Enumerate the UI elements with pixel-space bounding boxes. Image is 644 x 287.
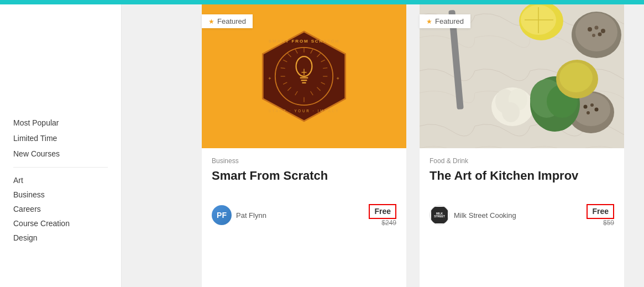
course-cards-container: ★ Featured (122, 4, 644, 287)
sidebar-item-course-creation[interactable]: Course Creation (13, 216, 108, 231)
price-free-2: Free (587, 204, 614, 220)
svg-point-39 (598, 33, 602, 36)
featured-badge-2: ★ Featured (420, 14, 470, 28)
avatar-1: PF (212, 205, 232, 225)
svg-point-53 (502, 102, 520, 122)
svg-point-36 (595, 26, 599, 30)
card-footer-2: MILKSTREET Milk Street Cooking Free $59 (420, 200, 624, 234)
sidebar-quick-links: Most Popular Limited Time New Courses Ar… (13, 115, 108, 245)
instructor-name-2: Milk Street Cooking (454, 211, 582, 220)
sidebar-item-business[interactable]: Business (13, 187, 108, 202)
card-title-2: The Art of Kitchen Improv (430, 168, 614, 184)
svg-text:+: + (337, 76, 339, 81)
svg-point-38 (592, 34, 595, 37)
svg-line-6 (323, 68, 327, 69)
price-original-1: $249 (381, 219, 396, 227)
sfs-logo: SMART FROM SCRATCH START · YOUR · IMPACT… (254, 27, 354, 126)
top-bar (0, 0, 644, 4)
svg-point-58 (559, 62, 593, 92)
svg-text:+: + (268, 76, 271, 81)
milk-logo: MILKSTREET (431, 207, 448, 223)
price-original-2: $59 (603, 219, 614, 227)
card-category-2: Food & Drink (430, 157, 614, 165)
price-container-2: Free $59 (587, 204, 614, 227)
svg-point-37 (601, 29, 605, 33)
star-icon-1: ★ (208, 18, 214, 25)
svg-line-16 (281, 68, 285, 69)
featured-label-1: Featured (217, 17, 246, 25)
card-footer-1: PF Pat Flynn Free $249 (202, 200, 406, 234)
svg-text:START · YOUR · IMPACT: START · YOUR · IMPACT (269, 109, 340, 113)
course-card-smart-from-scratch[interactable]: ★ Featured (202, 4, 406, 287)
svg-point-47 (590, 103, 594, 107)
price-free-1: Free (369, 204, 396, 220)
svg-point-49 (587, 111, 590, 114)
card-category-1: Business (212, 157, 396, 165)
featured-label-2: Featured (435, 17, 464, 25)
featured-badge-1: ★ Featured (202, 14, 253, 28)
sidebar-divider (13, 167, 108, 168)
svg-point-35 (588, 27, 592, 32)
svg-text:SMART FROM SCRATCH: SMART FROM SCRATCH (269, 39, 339, 44)
sidebar-item-new-courses[interactable]: New Courses (13, 146, 108, 161)
svg-point-46 (584, 105, 588, 109)
avatar-2: MILKSTREET (430, 205, 449, 225)
instructor-name-1: Pat Flynn (236, 211, 364, 220)
sidebar: Most Popular Limited Time New Courses Ar… (0, 4, 122, 287)
sidebar-item-most-popular[interactable]: Most Popular (13, 115, 108, 131)
sidebar-item-careers[interactable]: Careers (13, 202, 108, 216)
card-body-2: Food & Drink The Art of Kitchen Improv (420, 148, 624, 197)
card-title-1: Smart From Scratch (212, 168, 396, 184)
sidebar-item-design[interactable]: Design (13, 231, 108, 245)
card-body-1: Business Smart From Scratch (202, 148, 406, 197)
sidebar-item-limited-time[interactable]: Limited Time (13, 131, 108, 146)
svg-point-48 (595, 108, 599, 112)
price-container-1: Free $249 (369, 204, 396, 227)
star-icon-2: ★ (426, 18, 432, 25)
svg-point-34 (575, 13, 617, 51)
course-card-kitchen-improv[interactable]: ★ Featured (420, 4, 624, 287)
main-content: ★ Featured (122, 4, 644, 287)
sidebar-item-art[interactable]: Art (13, 173, 108, 187)
